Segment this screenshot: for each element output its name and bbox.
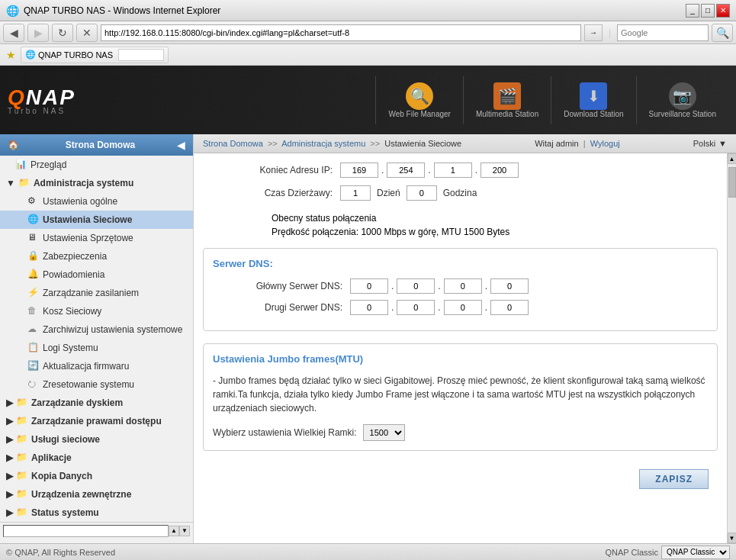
search-button[interactable]: 🔍 bbox=[712, 24, 733, 42]
lease-day-input[interactable] bbox=[340, 185, 371, 201]
theme-select[interactable]: QNAP Classic Modern bbox=[661, 546, 730, 559]
nav-surveillance-label: Surveillance Station bbox=[649, 110, 716, 118]
nav-download[interactable]: ⬇ Download Station bbox=[551, 76, 635, 124]
sidebar-item-przeglad[interactable]: 📊 Przegląd bbox=[0, 156, 193, 174]
user-greeting: Witaj admin bbox=[535, 139, 578, 148]
secondary-dns-octet4[interactable] bbox=[490, 300, 529, 315]
sidebar-item-kosz[interactable]: 🗑 Kosz Sieciowy bbox=[0, 302, 193, 320]
scrollbar-up-button[interactable]: ▲ bbox=[728, 153, 737, 164]
primary-dns-octet2[interactable] bbox=[397, 278, 435, 294]
logout-link[interactable]: Wyloguj bbox=[590, 139, 620, 148]
minimize-button[interactable]: _ bbox=[686, 4, 699, 18]
ip-end-label: Koniec Adresu IP: bbox=[203, 165, 340, 175]
nav-multimedia[interactable]: 🎬 Multimedia Station bbox=[463, 76, 551, 124]
page-scroll-down-button[interactable]: ▼ bbox=[179, 526, 190, 536]
primary-dns-octet4[interactable] bbox=[490, 278, 529, 294]
secondary-dns-octet3[interactable] bbox=[444, 300, 482, 315]
lease-hour-input[interactable] bbox=[407, 185, 437, 201]
back-button[interactable]: ◀ bbox=[3, 24, 24, 42]
bookmark-input[interactable] bbox=[118, 49, 164, 61]
sidebar-item-powiadomienia[interactable]: 🔔 Powiadomienia bbox=[0, 266, 193, 284]
breadcrumb-home-link[interactable]: Strona Domowa bbox=[203, 139, 263, 148]
sidebar-item-zabezpieczenia[interactable]: 🔒 Zabezpieczenia bbox=[0, 247, 193, 266]
lease-inputs: Dzień Godzina bbox=[340, 185, 480, 201]
search-input[interactable] bbox=[617, 24, 709, 41]
sidebar-item-urzadzenia[interactable]: ▶ 📁 Urządzenia zewnętrzne bbox=[0, 485, 193, 504]
breadcrumb-admin-link[interactable]: Administracja systemu bbox=[281, 139, 365, 148]
main-layout: 🏠 Strona Domowa ◀ 📊 Przegląd ▼ 📁 Adminis… bbox=[0, 134, 736, 543]
sidebar-item-aktualizacja[interactable]: 🔄 Aktualizacja firmwaru bbox=[0, 357, 193, 375]
save-row: ZAPISZ bbox=[203, 463, 718, 495]
ip-end-inputs: . . . bbox=[340, 163, 519, 178]
mtu-select[interactable]: 1500 4074 7418 9000 bbox=[363, 424, 405, 441]
sidebar-item-uslugi-label: Usługi sieciowe bbox=[31, 434, 100, 445]
sidebar-item-ustawienia-sprzet[interactable]: 🖥 Ustawienia Sprzętowe bbox=[0, 229, 193, 247]
sidebar-item-zarzadzanie-prawami[interactable]: ▶ 📁 Zarządzanie prawami dostępu bbox=[0, 412, 193, 430]
nav-web-file[interactable]: 🔍 Web File Manager bbox=[375, 76, 463, 124]
sidebar-item-zarzadzanie-zasilaniem[interactable]: ⚡ Zarządzanie zasilaniem bbox=[0, 284, 193, 302]
favorites-star-icon: ★ bbox=[6, 49, 16, 61]
scrollbar-thumb[interactable] bbox=[728, 167, 736, 198]
sidebar-item-ustawienia-sieciowe[interactable]: 🌐 Ustawienia Sieciowe bbox=[0, 211, 193, 229]
lease-time-row: Czas Dzierżawy: Dzień Godzina bbox=[203, 185, 718, 201]
forward-button[interactable]: ▶ bbox=[27, 24, 49, 42]
sidebar-item-aktualizacja-label: Aktualizacja firmwaru bbox=[43, 361, 129, 372]
ustawienia-sieciowe-icon: 🌐 bbox=[27, 214, 40, 226]
ip-end-octet1[interactable] bbox=[340, 163, 378, 178]
ustawienia-ogolne-icon: ⚙ bbox=[27, 195, 40, 208]
breadcrumb-text: Strona Domowa >> Administracja systemu >… bbox=[203, 139, 461, 148]
close-button[interactable]: ✕ bbox=[716, 4, 730, 18]
maximize-button[interactable]: □ bbox=[701, 4, 715, 18]
page-scroll-up-button[interactable]: ▲ bbox=[169, 526, 179, 536]
sidebar-item-zarzadzanie-dyskiem[interactable]: ▶ 📁 Zarządzanie dyskiem bbox=[0, 394, 193, 412]
sidebar-item-kopia-danych[interactable]: ▶ 📁 Kopia Danych bbox=[0, 467, 193, 485]
sidebar-item-archiwizuj[interactable]: ☁ Zarchiwizuj ustawienia systemowe bbox=[0, 320, 193, 339]
sidebar-item-status-systemu[interactable]: ▶ 📁 Status systemu bbox=[0, 504, 193, 522]
sidebar-item-logi[interactable]: 📋 Logi Systemu bbox=[0, 339, 193, 357]
address-bar[interactable] bbox=[101, 24, 581, 41]
ip-end-octet4[interactable] bbox=[480, 163, 519, 178]
day-label: Dzień bbox=[377, 188, 400, 198]
sidebar-item-administracja[interactable]: ▼ 📁 Administracja systemu bbox=[0, 174, 193, 192]
sidebar: 🏠 Strona Domowa ◀ 📊 Przegląd ▼ 📁 Adminis… bbox=[0, 134, 194, 543]
footer-right: QNAP Classic QNAP Classic Modern bbox=[606, 546, 730, 559]
sidebar-item-ustawienia-ogolne[interactable]: ⚙ Ustawienia ogólne bbox=[0, 192, 193, 211]
secondary-dns-octet2[interactable] bbox=[397, 300, 435, 315]
aplikacje-icon: 📁 bbox=[16, 452, 28, 464]
sidebar-toggle-button[interactable]: ◀ bbox=[177, 139, 185, 151]
mtu-description-text: - Jumbo frames będą działać tylko w siec… bbox=[213, 374, 708, 415]
sidebar-item-resetowanie[interactable]: ⭮ Zresetowanie systemu bbox=[0, 375, 193, 394]
multimedia-icon: 🎬 bbox=[493, 82, 521, 110]
kopia-arrow-icon: ▶ bbox=[6, 471, 13, 481]
sidebar-item-ustawienia-ogolne-label: Ustawienia ogólne bbox=[43, 196, 117, 207]
stop-button[interactable]: ✕ bbox=[76, 24, 98, 42]
save-button[interactable]: ZAPISZ bbox=[639, 469, 709, 489]
disk-arrow-icon: ▶ bbox=[6, 397, 13, 408]
collapse-arrow-icon: ▼ bbox=[6, 178, 15, 188]
scrollbar-down-button[interactable]: ▼ bbox=[728, 533, 737, 543]
sidebar-item-zabezpieczenia-label: Zabezpieczenia bbox=[43, 251, 107, 262]
ip-end-octet3[interactable] bbox=[434, 163, 472, 178]
download-icon: ⬇ bbox=[580, 82, 607, 110]
sidebar-item-aplikacje[interactable]: ▶ 📁 Aplikacje bbox=[0, 449, 193, 467]
language-dropdown-icon[interactable]: ▼ bbox=[718, 139, 727, 148]
zabezpieczenia-icon: 🔒 bbox=[27, 250, 40, 262]
primary-dns-octet3[interactable] bbox=[444, 278, 482, 294]
ip-end-octet2[interactable] bbox=[387, 163, 425, 178]
page-input-field[interactable] bbox=[3, 525, 169, 537]
content-scroll: Koniec Adresu IP: . . . Czas Dzierżaw bbox=[194, 153, 727, 543]
q-letter: Q bbox=[8, 85, 26, 109]
connection-status-title: Obecny status połączenia bbox=[203, 213, 718, 224]
ustawienia-sprzet-icon: 🖥 bbox=[27, 232, 40, 244]
uslugi-icon: 📁 bbox=[16, 433, 28, 446]
nav-surveillance[interactable]: 📷 Surveillance Station bbox=[636, 76, 728, 124]
go-button[interactable]: → bbox=[584, 24, 603, 41]
window-controls[interactable]: _ □ ✕ bbox=[686, 4, 730, 18]
secondary-dns-inputs: . . . bbox=[350, 300, 529, 315]
primary-dns-octet1[interactable] bbox=[350, 278, 388, 294]
refresh-button[interactable]: ↻ bbox=[52, 24, 73, 42]
bookmark-qnap[interactable]: 🌐 QNAP TURBO NAS bbox=[21, 47, 169, 63]
sidebar-item-uslugi[interactable]: ▶ 📁 Usługi sieciowe bbox=[0, 430, 193, 449]
sidebar-item-ustawienia-sieciowe-label: Ustawienia Sieciowe bbox=[43, 214, 132, 225]
secondary-dns-octet1[interactable] bbox=[350, 300, 388, 315]
